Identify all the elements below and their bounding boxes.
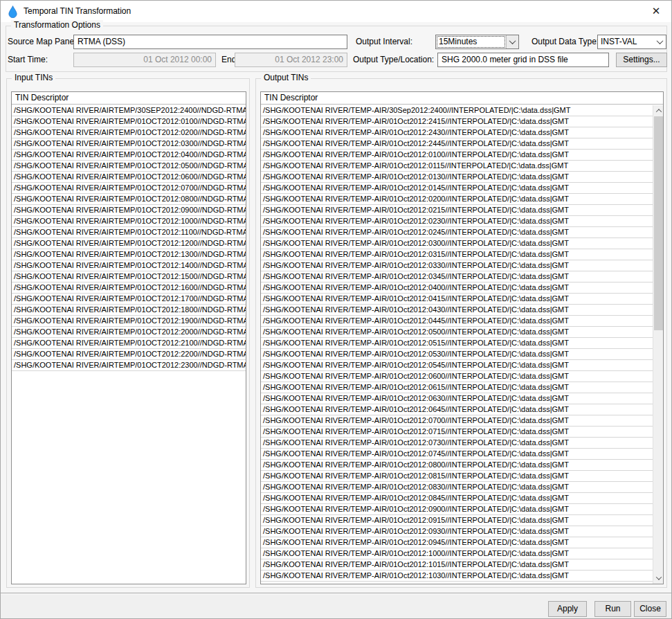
output-data-type-value: INST-VAL bbox=[598, 35, 653, 48]
output-type-location-field[interactable]: SHG 2000.0 meter grid in DSS file bbox=[437, 53, 609, 67]
input-tin-rows: /SHG/KOOTENAI RIVER/AIRTEMP/30SEP2012:24… bbox=[12, 105, 246, 584]
output-interval-value: 15Minutes bbox=[436, 35, 506, 48]
tin-row[interactable]: /SHG/KOOTENAI RIVER/AIRTEMP/01OCT2012:15… bbox=[12, 271, 246, 282]
transformation-options-group: Transformation Options Source Map Panel:… bbox=[6, 26, 667, 72]
tin-row[interactable]: /SHG/KOOTENAI RIVER/AIRTEMP/30SEP2012:24… bbox=[12, 105, 246, 116]
tin-row[interactable]: /SHG/KOOTENAI RIVER/AIRTEMP/01OCT2012:12… bbox=[12, 238, 246, 249]
chevron-down-icon[interactable] bbox=[653, 35, 666, 48]
tin-row[interactable]: /SHG/KOOTENAI RIVER/AIRTEMP/01OCT2012:06… bbox=[12, 172, 246, 183]
output-tin-rows: /SHG/KOOTENAI RIVER/TEMP-AIR/30Sep2012:2… bbox=[261, 105, 653, 584]
source-map-panel-field[interactable]: RTMA (DSS) bbox=[73, 35, 347, 49]
tin-row[interactable]: /SHG/KOOTENAI RIVER/TEMP-AIR/01Oct2012:0… bbox=[261, 238, 653, 249]
source-map-panel-label: Source Map Panel: bbox=[8, 35, 78, 49]
tin-row[interactable]: /SHG/KOOTENAI RIVER/AIRTEMP/01OCT2012:08… bbox=[12, 194, 246, 205]
run-button[interactable]: Run bbox=[594, 601, 631, 617]
end-time-field: 01 Oct 2012 23:00 bbox=[235, 53, 347, 67]
tin-row[interactable]: /SHG/KOOTENAI RIVER/TEMP-AIR/01Oct2012:0… bbox=[261, 404, 653, 415]
tin-row[interactable]: /SHG/KOOTENAI RIVER/TEMP-AIR/01Oct2012:0… bbox=[261, 183, 653, 194]
tin-row[interactable]: /SHG/KOOTENAI RIVER/AIRTEMP/01OCT2012:10… bbox=[12, 216, 246, 227]
tin-row[interactable]: /SHG/KOOTENAI RIVER/TEMP-AIR/01Oct2012:0… bbox=[261, 161, 653, 172]
tin-row[interactable]: /SHG/KOOTENAI RIVER/AIRTEMP/01OCT2012:20… bbox=[12, 327, 246, 338]
tin-row[interactable]: /SHG/KOOTENAI RIVER/TEMP-AIR/01Oct2012:0… bbox=[261, 260, 653, 271]
output-tins-column-header: TIN Descriptor bbox=[261, 92, 663, 105]
tin-row[interactable]: /SHG/KOOTENAI RIVER/AIRTEMP/01OCT2012:11… bbox=[12, 227, 246, 238]
close-window-icon[interactable]: ✕ bbox=[641, 1, 671, 22]
tin-row[interactable]: /SHG/KOOTENAI RIVER/AIRTEMP/01OCT2012:07… bbox=[12, 183, 246, 194]
input-tins-group: Input TINs TIN Descriptor /SHG/KOOTENAI … bbox=[6, 78, 250, 588]
tin-row[interactable]: /SHG/KOOTENAI RIVER/AIRTEMP/01OCT2012:05… bbox=[12, 161, 246, 172]
tin-row[interactable]: /SHG/KOOTENAI RIVER/TEMP-AIR/01Oct2012:0… bbox=[261, 249, 653, 260]
tin-row[interactable]: /SHG/KOOTENAI RIVER/AIRTEMP/01OCT2012:14… bbox=[12, 260, 246, 271]
settings-button[interactable]: Settings... bbox=[616, 53, 667, 67]
output-tins-label: Output TINs bbox=[261, 73, 311, 83]
tin-row[interactable]: /SHG/KOOTENAI RIVER/TEMP-AIR/01Oct2012:0… bbox=[261, 471, 653, 482]
tin-row[interactable]: /SHG/KOOTENAI RIVER/TEMP-AIR/01Oct2012:2… bbox=[261, 138, 653, 150]
scrollbar-down-icon[interactable] bbox=[653, 573, 664, 584]
temporal-tin-transformation-window: Temporal TIN Transformation ✕ Transforma… bbox=[0, 0, 672, 619]
tin-row[interactable]: /SHG/KOOTENAI RIVER/TEMP-AIR/01Oct2012:0… bbox=[261, 382, 653, 393]
tin-row[interactable]: /SHG/KOOTENAI RIVER/AIRTEMP/01OCT2012:19… bbox=[12, 316, 246, 327]
tin-row[interactable]: /SHG/KOOTENAI RIVER/TEMP-AIR/30Sep2012:2… bbox=[261, 105, 653, 116]
tin-row[interactable]: /SHG/KOOTENAI RIVER/TEMP-AIR/01Oct2012:0… bbox=[261, 305, 653, 316]
footer-button-bar: Apply Run Close bbox=[1, 593, 671, 619]
tin-row[interactable]: /SHG/KOOTENAI RIVER/TEMP-AIR/01Oct2012:0… bbox=[261, 282, 653, 294]
tin-row[interactable]: /SHG/KOOTENAI RIVER/TEMP-AIR/01Oct2012:0… bbox=[261, 316, 653, 327]
tin-row[interactable]: /SHG/KOOTENAI RIVER/TEMP-AIR/01Oct2012:0… bbox=[261, 438, 653, 449]
tin-row[interactable]: /SHG/KOOTENAI RIVER/AIRTEMP/01OCT2012:04… bbox=[12, 150, 246, 161]
tin-row[interactable]: /SHG/KOOTENAI RIVER/AIRTEMP/01OCT2012:18… bbox=[12, 305, 246, 316]
tin-row[interactable]: /SHG/KOOTENAI RIVER/AIRTEMP/01OCT2012:09… bbox=[12, 205, 246, 216]
tin-row[interactable]: /SHG/KOOTENAI RIVER/TEMP-AIR/01Oct2012:0… bbox=[261, 294, 653, 305]
tin-row[interactable]: /SHG/KOOTENAI RIVER/AIRTEMP/01OCT2012:23… bbox=[12, 360, 246, 371]
tin-row[interactable]: /SHG/KOOTENAI RIVER/TEMP-AIR/01Oct2012:1… bbox=[261, 548, 653, 559]
tin-row[interactable]: /SHG/KOOTENAI RIVER/TEMP-AIR/01Oct2012:0… bbox=[261, 338, 653, 349]
tin-row[interactable]: /SHG/KOOTENAI RIVER/TEMP-AIR/01Oct2012:0… bbox=[261, 360, 653, 371]
close-button[interactable]: Close bbox=[634, 601, 666, 617]
output-data-type-label: Output Data Type: bbox=[532, 35, 599, 49]
tin-row[interactable]: /SHG/KOOTENAI RIVER/TEMP-AIR/01Oct2012:0… bbox=[261, 482, 653, 493]
tin-row[interactable]: /SHG/KOOTENAI RIVER/TEMP-AIR/01Oct2012:0… bbox=[261, 216, 653, 227]
tin-row[interactable]: /SHG/KOOTENAI RIVER/TEMP-AIR/01Oct2012:2… bbox=[261, 127, 653, 138]
tin-row[interactable]: /SHG/KOOTENAI RIVER/TEMP-AIR/01Oct2012:0… bbox=[261, 493, 653, 504]
vertical-scrollbar[interactable] bbox=[653, 105, 663, 584]
water-drop-icon bbox=[8, 6, 17, 18]
tin-row[interactable]: /SHG/KOOTENAI RIVER/TEMP-AIR/01Oct2012:0… bbox=[261, 205, 653, 216]
chevron-down-icon[interactable] bbox=[506, 35, 518, 48]
tin-row[interactable]: /SHG/KOOTENAI RIVER/TEMP-AIR/01Oct2012:0… bbox=[261, 371, 653, 382]
tin-row[interactable]: /SHG/KOOTENAI RIVER/TEMP-AIR/01Oct2012:0… bbox=[261, 271, 653, 282]
tin-row[interactable]: /SHG/KOOTENAI RIVER/AIRTEMP/01OCT2012:13… bbox=[12, 249, 246, 260]
scrollbar-thumb[interactable] bbox=[654, 116, 663, 330]
output-interval-select[interactable]: 15Minutes bbox=[435, 35, 519, 49]
tin-row[interactable]: /SHG/KOOTENAI RIVER/TEMP-AIR/01Oct2012:0… bbox=[261, 537, 653, 548]
tin-row[interactable]: /SHG/KOOTENAI RIVER/TEMP-AIR/01Oct2012:0… bbox=[261, 172, 653, 183]
output-data-type-select[interactable]: INST-VAL bbox=[597, 35, 666, 49]
scrollbar-up-icon[interactable] bbox=[653, 105, 664, 116]
tin-row[interactable]: /SHG/KOOTENAI RIVER/AIRTEMP/01OCT2012:21… bbox=[12, 338, 246, 349]
title-bar: Temporal TIN Transformation ✕ bbox=[1, 1, 671, 22]
tin-row[interactable]: /SHG/KOOTENAI RIVER/AIRTEMP/01OCT2012:01… bbox=[12, 116, 246, 127]
tin-row[interactable]: /SHG/KOOTENAI RIVER/TEMP-AIR/01Oct2012:2… bbox=[261, 116, 653, 127]
tin-row[interactable]: /SHG/KOOTENAI RIVER/TEMP-AIR/01Oct2012:0… bbox=[261, 349, 653, 360]
tin-row[interactable]: /SHG/KOOTENAI RIVER/TEMP-AIR/01Oct2012:0… bbox=[261, 327, 653, 338]
tin-row[interactable]: /SHG/KOOTENAI RIVER/TEMP-AIR/01Oct2012:0… bbox=[261, 415, 653, 427]
tin-row[interactable]: /SHG/KOOTENAI RIVER/TEMP-AIR/01Oct2012:1… bbox=[261, 571, 653, 582]
apply-button[interactable]: Apply bbox=[548, 601, 587, 617]
tin-row[interactable]: /SHG/KOOTENAI RIVER/AIRTEMP/01OCT2012:22… bbox=[12, 349, 246, 360]
tin-row[interactable]: /SHG/KOOTENAI RIVER/AIRTEMP/01OCT2012:03… bbox=[12, 138, 246, 150]
tin-row[interactable]: /SHG/KOOTENAI RIVER/TEMP-AIR/01Oct2012:0… bbox=[261, 427, 653, 438]
tin-row[interactable]: /SHG/KOOTENAI RIVER/AIRTEMP/01OCT2012:02… bbox=[12, 127, 246, 138]
input-tins-column-header: TIN Descriptor bbox=[12, 92, 246, 105]
tin-row[interactable]: /SHG/KOOTENAI RIVER/TEMP-AIR/01Oct2012:0… bbox=[261, 449, 653, 460]
tin-row[interactable]: /SHG/KOOTENAI RIVER/TEMP-AIR/01Oct2012:0… bbox=[261, 194, 653, 205]
tin-row[interactable]: /SHG/KOOTENAI RIVER/TEMP-AIR/01Oct2012:0… bbox=[261, 227, 653, 238]
tin-row[interactable]: /SHG/KOOTENAI RIVER/TEMP-AIR/01Oct2012:0… bbox=[261, 150, 653, 161]
tin-row[interactable]: /SHG/KOOTENAI RIVER/TEMP-AIR/01Oct2012:0… bbox=[261, 504, 653, 515]
tin-row[interactable]: /SHG/KOOTENAI RIVER/TEMP-AIR/01Oct2012:0… bbox=[261, 393, 653, 404]
input-tins-label: Input TINs bbox=[12, 73, 55, 83]
tin-row[interactable]: /SHG/KOOTENAI RIVER/TEMP-AIR/01Oct2012:0… bbox=[261, 526, 653, 537]
tin-row[interactable]: /SHG/KOOTENAI RIVER/TEMP-AIR/01Oct2012:1… bbox=[261, 559, 653, 571]
tin-row[interactable]: /SHG/KOOTENAI RIVER/AIRTEMP/01OCT2012:16… bbox=[12, 282, 246, 294]
tin-row[interactable]: /SHG/KOOTENAI RIVER/AIRTEMP/01OCT2012:17… bbox=[12, 294, 246, 305]
tin-row[interactable]: /SHG/KOOTENAI RIVER/TEMP-AIR/01Oct2012:0… bbox=[261, 515, 653, 526]
input-tins-table: TIN Descriptor /SHG/KOOTENAI RIVER/AIRTE… bbox=[11, 91, 246, 584]
tin-row[interactable]: /SHG/KOOTENAI RIVER/TEMP-AIR/01Oct2012:0… bbox=[261, 460, 653, 471]
